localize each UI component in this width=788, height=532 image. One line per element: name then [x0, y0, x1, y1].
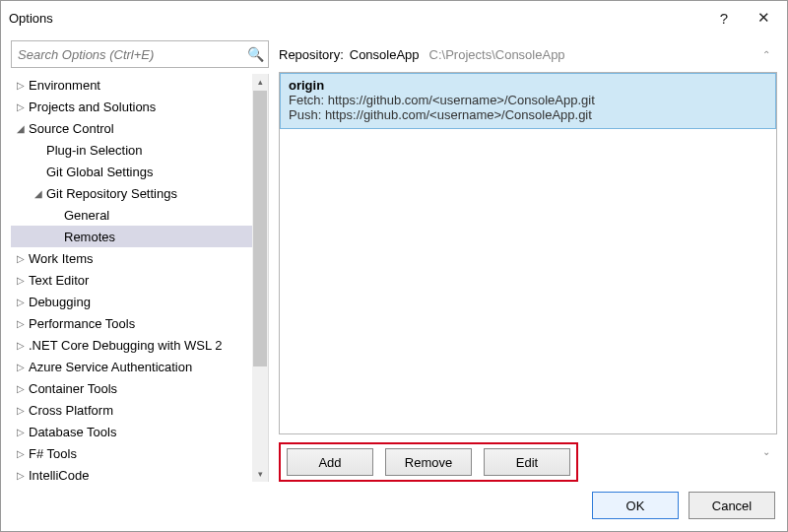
chevron-down-icon[interactable]: ◢	[15, 123, 27, 134]
tree-item[interactable]: ◢Source Control	[11, 117, 252, 139]
scroll-up-icon[interactable]: ▴	[252, 74, 268, 90]
chevron-down-icon[interactable]: ◢	[33, 188, 44, 199]
remote-push-line: Push: https://github.com/<username>/Cons…	[289, 107, 767, 122]
repository-path: C:\Projects\ConsoleApp	[429, 47, 565, 62]
tree-item-label: Environment	[29, 78, 100, 93]
tree-item[interactable]: ▷Container Tools	[11, 377, 252, 399]
tree-item[interactable]: ▷Performance Tools	[11, 312, 252, 334]
remote-push-label: Push:	[289, 107, 321, 122]
tree-item-label: Projects and Solutions	[29, 100, 156, 114]
chevron-right-icon[interactable]: ▷	[15, 427, 27, 437]
tree-item-label: Container Tools	[29, 381, 117, 396]
tree-item-label: Azure Service Authentication	[29, 360, 192, 374]
tree-item[interactable]: ▷.NET Core Debugging with WSL 2	[11, 334, 252, 356]
remote-buttons-highlight: Add Remove Edit	[279, 442, 578, 482]
tree-item-label: General	[64, 208, 109, 223]
tree-item-label: F# Tools	[29, 446, 77, 461]
scroll-down-icon[interactable]: ▾	[252, 466, 268, 482]
scroll-thumb[interactable]	[253, 91, 267, 366]
tree-item-label: Git Repository Settings	[46, 186, 177, 201]
tree-item-label: Source Control	[29, 121, 114, 136]
options-dialog: Options ? ✕ 🔍 ▷Environment▷Projects and …	[0, 0, 788, 532]
tree-item[interactable]: ▷Remotes	[11, 226, 252, 247]
chevron-right-icon[interactable]: ▷	[15, 101, 27, 112]
titlebar: Options ? ✕	[1, 1, 787, 34]
tree-item[interactable]: ◢Git Repository Settings	[11, 182, 252, 204]
tree-scrollbar[interactable]: ▴ ▾	[252, 74, 268, 482]
tree-item-label: Work Items	[29, 251, 94, 266]
tree-item-label: Database Tools	[29, 425, 116, 439]
options-tree[interactable]: ▷Environment▷Projects and Solutions◢Sour…	[11, 74, 252, 482]
search-icon[interactable]: 🔍	[242, 46, 268, 62]
tree-item[interactable]: ▷Environment	[11, 74, 252, 96]
tree-item-label: IntelliCode	[29, 468, 89, 483]
search-input-wrap[interactable]: 🔍	[11, 40, 269, 68]
remote-name: origin	[289, 78, 767, 93]
remote-item-origin[interactable]: origin Fetch: https://github.com/<userna…	[280, 73, 776, 129]
chevron-right-icon[interactable]: ▷	[15, 470, 27, 481]
tree-item[interactable]: ▷Azure Service Authentication	[11, 356, 252, 377]
chevron-right-icon[interactable]: ▷	[15, 297, 27, 307]
chevron-right-icon[interactable]: ▷	[15, 362, 27, 372]
repository-label: Repository:	[279, 47, 344, 62]
chevron-right-icon[interactable]: ▷	[15, 340, 27, 351]
help-button[interactable]: ?	[704, 4, 744, 32]
remotes-listbox[interactable]: origin Fetch: https://github.com/<userna…	[279, 72, 777, 434]
add-button[interactable]: Add	[287, 448, 373, 476]
tree-item[interactable]: ▷General	[11, 204, 252, 226]
dialog-footer: OK Cancel	[1, 482, 787, 531]
tree-item[interactable]: ▷Text Editor	[11, 269, 252, 291]
chevron-right-icon[interactable]: ▷	[15, 253, 27, 264]
collapse-up-icon[interactable]: ⌃	[755, 43, 777, 65]
edit-button[interactable]: Edit	[484, 448, 570, 476]
tree-item-label: Git Global Settings	[46, 165, 153, 179]
tree-item[interactable]: ▷Cross Platform	[11, 399, 252, 421]
tree-item-label: Text Editor	[29, 273, 89, 288]
chevron-right-icon[interactable]: ▷	[15, 405, 27, 416]
tree-item[interactable]: ▷Projects and Solutions	[11, 96, 252, 117]
cancel-button[interactable]: Cancel	[689, 492, 775, 519]
tree-item-label: Cross Platform	[29, 403, 113, 418]
chevron-right-icon[interactable]: ▷	[15, 275, 27, 286]
tree-item[interactable]: ▷F# Tools	[11, 442, 252, 464]
ok-button[interactable]: OK	[592, 492, 679, 519]
remove-button[interactable]: Remove	[385, 448, 472, 476]
tree-item[interactable]: ▷Plug-in Selection	[11, 139, 252, 161]
tree-item-label: Performance Tools	[29, 316, 135, 331]
tree-item[interactable]: ▷Work Items	[11, 247, 252, 269]
chevron-right-icon[interactable]: ▷	[15, 383, 27, 394]
tree-item-label: .NET Core Debugging with WSL 2	[29, 338, 223, 353]
remote-fetch-label: Fetch:	[289, 93, 324, 107]
remote-fetch-line: Fetch: https://github.com/<username>/Con…	[289, 93, 767, 107]
window-title: Options	[9, 11, 704, 26]
tree-item[interactable]: ▷Git Global Settings	[11, 161, 252, 182]
search-input[interactable]	[12, 47, 242, 62]
collapse-down-icon[interactable]: ⌄	[755, 440, 777, 462]
tree-item[interactable]: ▷IntelliCode	[11, 464, 252, 482]
tree-item-label: Debugging	[29, 295, 91, 309]
repository-name: ConsoleApp	[350, 47, 420, 62]
chevron-right-icon[interactable]: ▷	[15, 318, 27, 329]
tree-item[interactable]: ▷Debugging	[11, 291, 252, 312]
tree-item-label: Plug-in Selection	[46, 143, 143, 158]
chevron-right-icon[interactable]: ▷	[15, 448, 27, 459]
tree-item[interactable]: ▷Database Tools	[11, 421, 252, 442]
remote-fetch-url: https://github.com/<username>/ConsoleApp…	[328, 93, 595, 107]
close-button[interactable]: ✕	[744, 4, 783, 32]
tree-item-label: Remotes	[64, 230, 115, 244]
chevron-right-icon[interactable]: ▷	[15, 80, 27, 91]
remote-push-url: https://github.com/<username>/ConsoleApp…	[325, 107, 592, 122]
